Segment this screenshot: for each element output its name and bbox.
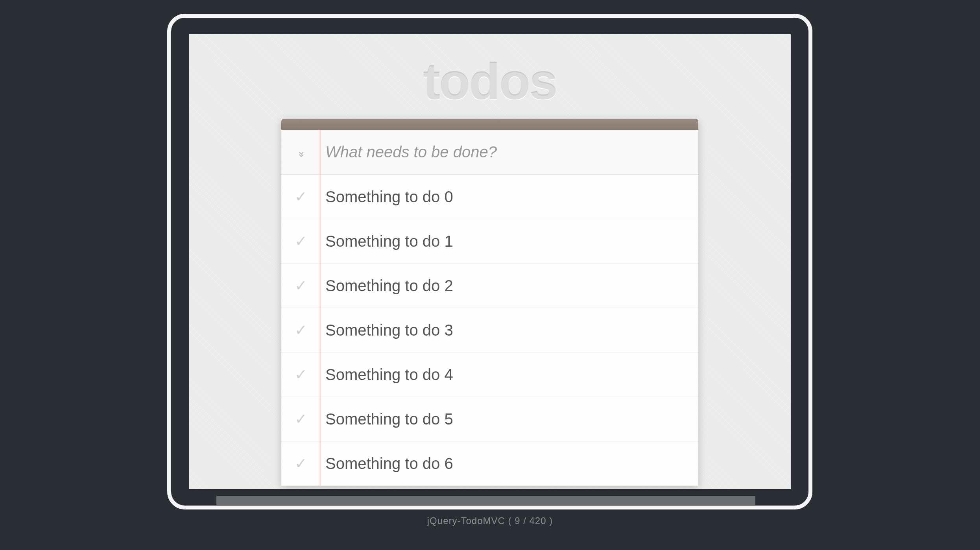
check-icon[interactable]: ✓ <box>281 233 321 250</box>
todo-list: ✓ Something to do 0 ✓ Something to do 1 … <box>281 175 698 486</box>
todo-item[interactable]: ✓ Something to do 3 <box>281 308 698 353</box>
app-viewport: todos ⌄⌄ ✓ Something to do 0 ✓ Someth <box>189 34 791 489</box>
todo-item[interactable]: ✓ Something to do 5 <box>281 397 698 441</box>
new-todo-input[interactable] <box>321 135 698 169</box>
new-todo-row: ⌄⌄ <box>281 130 698 175</box>
todo-label: Something to do 3 <box>321 321 698 339</box>
todo-label: Something to do 6 <box>321 455 698 472</box>
todo-app-header-bar <box>281 119 698 130</box>
benchmark-frame: todos ⌄⌄ ✓ Something to do 0 ✓ Someth <box>167 14 812 509</box>
todo-label: Something to do 4 <box>321 366 698 384</box>
todo-item[interactable]: ✓ Something to do 2 <box>281 264 698 308</box>
check-icon[interactable]: ✓ <box>281 277 321 294</box>
todo-label: Something to do 2 <box>321 277 698 295</box>
todo-app: ⌄⌄ ✓ Something to do 0 ✓ Something to do… <box>281 119 698 486</box>
todo-label: Something to do 1 <box>321 233 698 250</box>
status-text: jQuery-TodoMVC ( 9 / 420 ) <box>0 515 980 526</box>
todo-label: Something to do 0 <box>321 188 698 206</box>
toggle-all-icon[interactable]: ⌄⌄ <box>281 148 321 156</box>
check-icon[interactable]: ✓ <box>281 410 321 428</box>
check-icon[interactable]: ✓ <box>281 366 321 383</box>
todo-item[interactable]: ✓ Something to do 6 <box>281 441 698 486</box>
check-icon[interactable]: ✓ <box>281 321 321 339</box>
todo-item[interactable]: ✓ Something to do 1 <box>281 219 698 264</box>
todo-item[interactable]: ✓ Something to do 4 <box>281 353 698 397</box>
todo-item[interactable]: ✓ Something to do 0 <box>281 175 698 219</box>
check-icon[interactable]: ✓ <box>281 188 321 205</box>
progress-bar <box>216 496 755 505</box>
app-title: todos <box>189 34 791 111</box>
todo-label: Something to do 5 <box>321 410 698 428</box>
check-icon[interactable]: ✓ <box>281 455 321 472</box>
